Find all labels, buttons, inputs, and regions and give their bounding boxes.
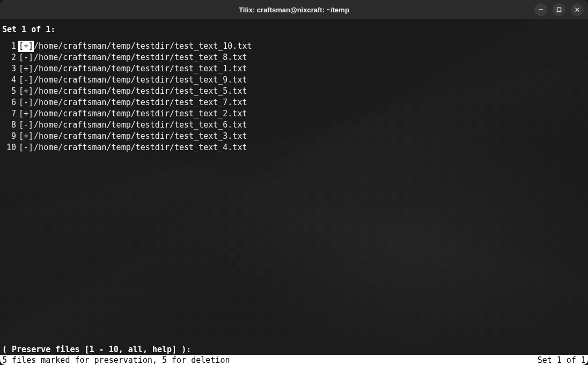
selection-marker[interactable]: [-] — [18, 120, 34, 131]
selection-marker[interactable]: [+] — [18, 131, 34, 142]
file-row[interactable]: 2 [-] /home/craftsman/temp/testdir/test_… — [2, 52, 586, 63]
file-path: /home/craftsman/temp/testdir/test_text_1… — [34, 41, 252, 52]
minimize-button[interactable] — [534, 3, 547, 16]
selection-marker[interactable]: [-] — [18, 52, 34, 63]
set-header: Set 1 of 1: — [2, 21, 586, 41]
file-list: 1 [+] /home/craftsman/temp/testdir/test_… — [2, 41, 586, 345]
file-path: /home/craftsman/temp/testdir/test_text_9… — [34, 75, 247, 86]
file-row[interactable]: 5 [+] /home/craftsman/temp/testdir/test_… — [2, 86, 586, 97]
line-number: 10 — [2, 142, 18, 153]
minimize-icon — [538, 5, 543, 14]
line-number: 3 — [2, 63, 18, 75]
file-path: /home/craftsman/temp/testdir/test_text_8… — [34, 52, 247, 63]
selection-marker[interactable]: [-] — [18, 97, 34, 108]
line-number: 5 — [2, 86, 18, 97]
close-button[interactable] — [571, 3, 584, 16]
file-path: /home/craftsman/temp/testdir/test_text_7… — [34, 97, 247, 108]
file-row[interactable]: 6 [-] /home/craftsman/temp/testdir/test_… — [2, 97, 586, 108]
file-row[interactable]: 3 [+] /home/craftsman/temp/testdir/test_… — [2, 63, 586, 75]
file-path: /home/craftsman/temp/testdir/test_text_2… — [34, 108, 247, 120]
line-number: 4 — [2, 75, 18, 86]
selection-marker[interactable]: [+] — [18, 63, 34, 75]
close-icon — [575, 5, 580, 14]
terminal-body[interactable]: Set 1 of 1: 1 [+] /home/craftsman/temp/t… — [0, 19, 588, 365]
titlebar: Tilix: craftsman@nixcraft: ~/temp — [0, 0, 588, 19]
file-path: /home/craftsman/temp/testdir/test_text_1… — [34, 63, 247, 75]
terminal-window: Tilix: craftsman@nixcraft: ~/temp Set 1 … — [0, 0, 588, 365]
file-path: /home/craftsman/temp/testdir/test_text_6… — [34, 120, 247, 131]
line-number: 1 — [2, 41, 18, 52]
line-number: 7 — [2, 108, 18, 120]
file-row[interactable]: 8 [-] /home/craftsman/temp/testdir/test_… — [2, 120, 586, 131]
status-left: 5 files marked for preservation, 5 for d… — [2, 355, 230, 364]
status-right: Set 1 of 1 — [538, 355, 586, 364]
status-bar: 5 files marked for preservation, 5 for d… — [0, 355, 588, 365]
line-number: 8 — [2, 120, 18, 131]
selection-marker[interactable]: [+] — [18, 108, 34, 120]
selection-marker[interactable]: [+] — [18, 86, 34, 97]
line-number: 9 — [2, 131, 18, 142]
file-row[interactable]: 1 [+] /home/craftsman/temp/testdir/test_… — [2, 41, 586, 52]
window-controls — [534, 3, 584, 16]
maximize-icon — [556, 5, 562, 14]
maximize-button[interactable] — [553, 3, 565, 16]
svg-rect-1 — [557, 8, 561, 12]
line-number: 2 — [2, 52, 18, 63]
file-path: /home/craftsman/temp/testdir/test_text_4… — [34, 142, 247, 153]
selection-marker[interactable]: [-] — [18, 75, 34, 86]
file-row[interactable]: 7 [+] /home/craftsman/temp/testdir/test_… — [2, 108, 586, 120]
file-row[interactable]: 4 [-] /home/craftsman/temp/testdir/test_… — [2, 75, 586, 86]
line-number: 6 — [2, 97, 18, 108]
file-path: /home/craftsman/temp/testdir/test_text_5… — [34, 86, 247, 97]
window-title: Tilix: craftsman@nixcraft: ~/temp — [239, 6, 349, 14]
selection-marker[interactable]: [+] — [18, 41, 34, 52]
preserve-prompt[interactable]: ( Preserve files [1 - 10, all, help] ): — [2, 345, 586, 355]
file-row[interactable]: 9 [+] /home/craftsman/temp/testdir/test_… — [2, 131, 586, 142]
file-path: /home/craftsman/temp/testdir/test_text_3… — [34, 131, 247, 142]
file-row[interactable]: 10 [-] /home/craftsman/temp/testdir/test… — [2, 142, 586, 153]
selection-marker[interactable]: [-] — [18, 142, 34, 153]
